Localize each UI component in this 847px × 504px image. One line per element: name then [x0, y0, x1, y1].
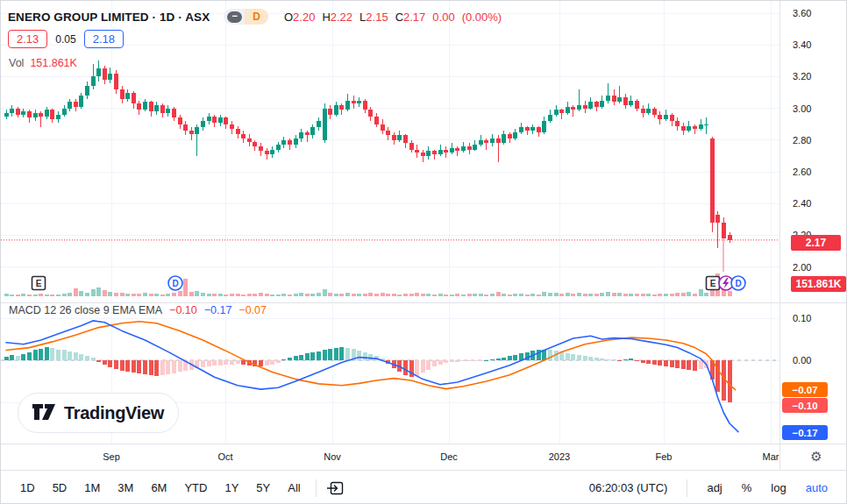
- time-axis-label: 2023: [549, 451, 570, 462]
- svg-text:E: E: [710, 279, 716, 288]
- svg-text:D: D: [172, 279, 178, 288]
- price-tick-label: 3.60: [793, 8, 811, 18]
- go-to-date-icon: [326, 479, 345, 497]
- tradingview-logo-text: TradingView: [64, 403, 164, 423]
- time-axis-label: Mar: [763, 451, 779, 462]
- open-value: 2.20: [293, 11, 315, 24]
- toolbar-right-group: 06:20:03 (UTC) adj % log auto: [581, 478, 836, 498]
- macd-title[interactable]: MACD 12 26 close 9 EMA EMA: [9, 304, 162, 316]
- price-tick-label: 2.40: [793, 198, 811, 209]
- tradingview-logo[interactable]: TradingView: [18, 393, 179, 433]
- gridlines: [1, 1, 779, 444]
- time-axis-label: Nov: [324, 451, 341, 462]
- ohlc-readout: O2.20 H2.22 L2.15 C2.17 0.00 (0.00%): [284, 11, 509, 24]
- symbol-legend: ENERO GROUP LIMITED · 1D · ASX − D O2.20…: [8, 8, 509, 25]
- close-label: C: [395, 11, 403, 24]
- range-button-1m[interactable]: 1M: [77, 478, 107, 498]
- range-button-1d[interactable]: 1D: [13, 478, 42, 498]
- macd-legend: MACD 12 26 close 9 EMA EMA −0.10 −0.17 −…: [9, 304, 267, 316]
- time-axis-settings-gear-icon[interactable]: ⚙: [808, 448, 825, 465]
- price-tick-label: 3.20: [793, 71, 811, 82]
- price-tick-label: 3.40: [793, 39, 811, 50]
- volume-bars: [4, 273, 732, 296]
- signal-value-badge: −0.07: [782, 382, 828, 397]
- clock-display[interactable]: 06:20:03 (UTC): [581, 478, 676, 498]
- auto-scale-toggle[interactable]: auto: [798, 478, 836, 498]
- symbol-title[interactable]: ENERO GROUP LIMITED · 1D · ASX: [8, 11, 210, 24]
- ask-button[interactable]: 2.18: [84, 30, 124, 48]
- high-value: 2.22: [331, 11, 352, 24]
- macd-line-value: −0.17: [204, 304, 232, 316]
- change-value: 0.00: [432, 11, 454, 24]
- range-button-6m[interactable]: 6M: [144, 478, 174, 498]
- hist-value-badge: −0.10: [782, 398, 828, 413]
- price-tick-label: 2.60: [793, 167, 811, 177]
- range-button-5y[interactable]: 5Y: [249, 478, 277, 498]
- range-button-1y[interactable]: 1Y: [217, 478, 246, 498]
- bottom-toolbar: 1D5D1M3M6MYTD1Y5YAll 06:20:03 (UTC) adj …: [1, 470, 847, 504]
- last-price-badge: 2.17: [791, 235, 841, 251]
- low-value: 2.15: [366, 11, 388, 24]
- macd-hist-value: −0.10: [169, 304, 197, 316]
- macd-tick-label: 0.10: [793, 313, 811, 323]
- log-scale-toggle[interactable]: log: [763, 478, 794, 498]
- volume-legend: Vol 151.861K: [9, 57, 77, 69]
- price-tick-label: 2.80: [793, 135, 811, 146]
- time-axis-label: Feb: [656, 451, 673, 462]
- tradingview-chart-window: EDED3.603.403.203.002.802.602.402.202.00…: [0, 0, 847, 504]
- go-to-date-button[interactable]: [324, 478, 347, 499]
- volume-badge: 151.861K: [791, 276, 846, 292]
- volume-value: 151.861K: [30, 57, 77, 69]
- range-button-3m[interactable]: 3M: [110, 478, 140, 498]
- svg-text:E: E: [36, 279, 42, 288]
- spread-value: 0.05: [55, 33, 75, 46]
- bid-ask-row: 2.13 0.05 2.18: [8, 30, 124, 48]
- bid-button[interactable]: 2.13: [8, 30, 47, 48]
- event-markers: EDED: [32, 276, 746, 290]
- time-axis-label: Sep: [103, 451, 120, 462]
- interval-badge[interactable]: D: [245, 9, 268, 25]
- legend-toggle-pill[interactable]: − D: [224, 9, 268, 25]
- collapse-icon[interactable]: −: [227, 11, 242, 23]
- price-tick-label: 2.00: [793, 262, 811, 273]
- toolbar-divider: [687, 479, 687, 497]
- price-tick-label: 3.00: [793, 103, 811, 114]
- time-axis-label: Oct: [217, 451, 232, 462]
- date-range-buttons: 1D5D1M3M6MYTD1Y5YAll: [13, 478, 308, 498]
- svg-text:D: D: [735, 279, 741, 288]
- macd-tick-label: 0.00: [793, 355, 811, 366]
- close-value: 2.17: [403, 11, 425, 24]
- adjust-data-toggle[interactable]: adj: [699, 478, 730, 498]
- range-button-all[interactable]: All: [281, 478, 307, 498]
- range-button-ytd[interactable]: YTD: [177, 478, 214, 498]
- percent-scale-toggle[interactable]: %: [734, 478, 760, 498]
- volume-label[interactable]: Vol: [9, 57, 24, 69]
- change-percent: (0.00%): [462, 11, 502, 24]
- time-axis-label: Dec: [440, 451, 458, 462]
- open-label: O: [284, 11, 293, 24]
- high-label: H: [322, 11, 330, 24]
- macd-signal-value: −0.07: [238, 304, 267, 316]
- tradingview-logo-icon: [32, 404, 56, 422]
- toolbar-divider: [316, 479, 317, 497]
- macd-value-badge: −0.17: [782, 425, 828, 440]
- range-button-5d[interactable]: 5D: [46, 478, 75, 498]
